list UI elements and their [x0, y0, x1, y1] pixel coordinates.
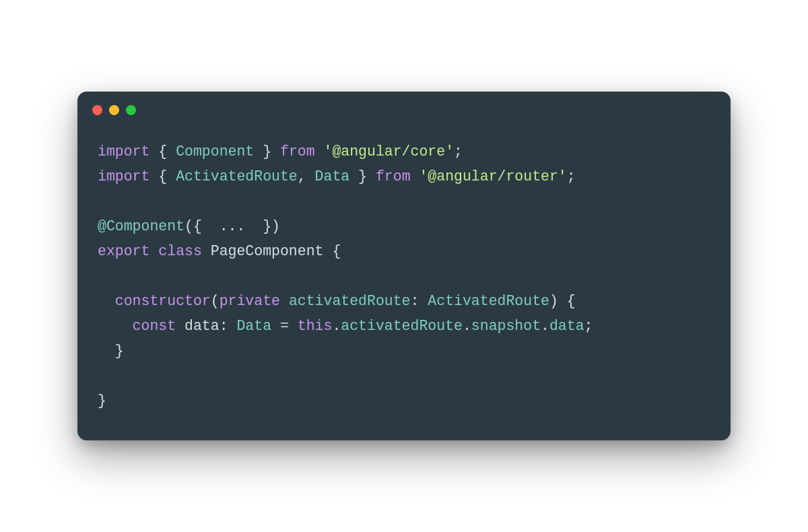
indent — [98, 293, 115, 309]
keyword: this — [298, 318, 333, 334]
punct: , — [298, 168, 315, 185]
keyword: import — [98, 168, 149, 185]
identifier: activatedRoute — [289, 293, 411, 309]
keyword: from — [280, 143, 315, 160]
keyword: from — [376, 168, 411, 185]
code-line: } — [98, 393, 106, 409]
space — [411, 168, 419, 185]
space — [176, 318, 184, 334]
type: ActivatedRoute — [428, 293, 549, 309]
punct: . — [541, 318, 549, 334]
punct: { — [149, 168, 176, 185]
keyword: import — [98, 143, 149, 160]
punct: ( — [211, 293, 220, 309]
indent — [98, 318, 133, 334]
punct: ) { — [549, 293, 576, 309]
space — [315, 143, 324, 160]
punct: ({ ... }) — [184, 218, 280, 234]
decorator: @Component — [98, 218, 184, 234]
punct: . — [332, 318, 341, 334]
type: Data — [236, 318, 271, 334]
punct: { — [323, 243, 341, 259]
code-line: import { Component } from '@angular/core… — [98, 143, 463, 160]
titlebar — [77, 92, 731, 115]
code-line: } — [98, 343, 124, 359]
space — [149, 243, 158, 259]
type: Data — [315, 168, 350, 185]
identifier: data — [549, 318, 584, 334]
type: ActivatedRoute — [176, 168, 298, 185]
punct: ; — [454, 143, 463, 160]
punct: } — [98, 393, 106, 409]
punct: ; — [584, 318, 593, 334]
punct: } — [254, 143, 280, 160]
punct: } — [115, 343, 124, 359]
minimize-icon[interactable] — [109, 105, 119, 115]
punct: . — [463, 318, 471, 334]
code-line: constructor(private activatedRoute: Acti… — [98, 293, 576, 309]
code-block: import { Component } from '@angular/core… — [77, 115, 731, 440]
punct: ; — [567, 168, 576, 185]
code-line: export class PageComponent { — [98, 243, 341, 259]
punct: } — [349, 168, 376, 185]
identifier: PageComponent — [211, 243, 324, 259]
type: Component — [176, 143, 254, 160]
code-line: import { ActivatedRoute, Data } from '@a… — [98, 168, 576, 185]
identifier: activatedRoute — [341, 318, 463, 334]
code-line: @Component({ ... }) — [98, 218, 280, 234]
punct: { — [149, 143, 176, 160]
close-icon[interactable] — [92, 105, 102, 115]
indent — [98, 343, 115, 359]
space — [280, 293, 289, 309]
keyword: export — [98, 243, 149, 259]
maximize-icon[interactable] — [126, 105, 136, 115]
punct: : — [411, 293, 428, 309]
keyword: class — [158, 243, 202, 259]
code-window: import { Component } from '@angular/core… — [77, 92, 731, 440]
punct: = — [271, 318, 298, 334]
string: '@angular/core' — [324, 143, 454, 160]
punct: : — [220, 318, 237, 334]
space — [202, 243, 211, 259]
string: '@angular/router' — [419, 168, 566, 185]
identifier: snapshot — [471, 318, 541, 334]
keyword: constructor — [115, 293, 211, 309]
keyword: const — [133, 318, 176, 334]
identifier: data — [184, 318, 220, 334]
keyword: private — [220, 293, 280, 309]
code-line: const data: Data = this.activatedRoute.s… — [98, 318, 593, 334]
